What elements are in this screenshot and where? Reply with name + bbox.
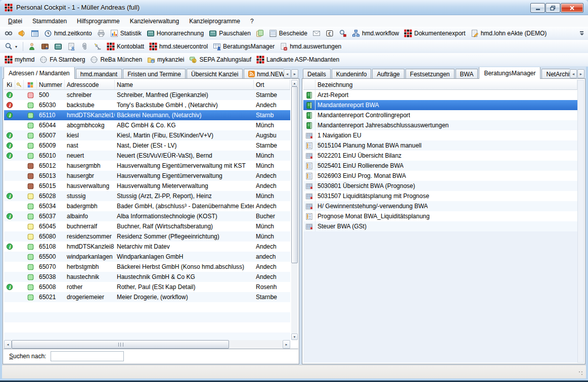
vertical-scrollbar-thumb[interactable] — [291, 86, 298, 263]
toolbar-overflow-button[interactable] — [578, 28, 585, 39]
table-row[interactable]: i65028stussigStussig (Arzt, ZI-PP, Repor… — [4, 191, 290, 201]
tab-scroll-right-button[interactable]: ► — [291, 69, 298, 78]
table-row[interactable]: 65044abcgmbhcokgABC GmbH & Co. KGMünch — [4, 120, 290, 130]
toolbar-button-magnifier-red[interactable] — [337, 28, 349, 38]
list-item[interactable]: 5026903 EinU Prog. Monat BWA — [303, 171, 577, 181]
list-item[interactable]: Mandantenreport Controllingreport — [303, 110, 577, 120]
list-item[interactable]: Arzt-Report — [303, 90, 577, 100]
toolbar-button-honorarrechnung[interactable]: Honorarrechnung — [145, 28, 206, 38]
table-row[interactable]: i65007kieslKiesl, Martin (Fibu, ESt/Kind… — [4, 130, 290, 140]
list-item[interactable]: 5022201 EinU Übersicht Bilanz — [303, 151, 577, 161]
column-header-key[interactable] — [15, 80, 24, 90]
tab-hmd-mandant[interactable]: hmd.mandant — [76, 69, 122, 79]
tab-bwa[interactable]: BWA — [456, 69, 478, 79]
toolbar-button-printer[interactable] — [95, 28, 107, 38]
toolbar-button-document-person[interactable] — [65, 41, 77, 52]
toolbar-button-euro[interactable]: € — [324, 28, 336, 38]
table-row[interactable]: 65013hausergbrHausverwaltung Eigentümerv… — [4, 171, 290, 181]
table-row[interactable]: 65045buchnerralfBuchner, Ralf (Wirtschaf… — [4, 221, 290, 231]
minimize-button[interactable] — [530, 3, 545, 13]
toolbar-button-hmd-lohn-eakte-demo[interactable]: hmd.lohn eAkte (DEMO) — [469, 28, 549, 38]
list-item[interactable]: Mandantenreport BWA — [303, 100, 577, 110]
tab-scroll-left-button[interactable]: ◄ — [570, 69, 577, 78]
column-header-adresscode[interactable]: Adresscode — [65, 80, 115, 90]
toolbar-button-mykanzlei[interactable]: mykanzlei — [145, 55, 186, 65]
list-item[interactable]: Prognose Monat BWA_Liquiditätsplanung — [303, 211, 577, 221]
column-header-colors-grid[interactable] — [24, 80, 37, 90]
table-row[interactable]: 65015hausverwaltungHausverwaltung Mieter… — [4, 181, 290, 191]
toolbar-button-paperclip[interactable] — [78, 41, 91, 52]
tab-netarchiv[interactable]: NetArchiv — [541, 69, 570, 79]
tab-adressen-mandanten[interactable]: Adressen / Mandanten — [4, 67, 75, 79]
resize-grip[interactable] — [578, 371, 584, 377]
toolbar-button-hmd-auswertungen[interactable]: hmd.auswertungen — [278, 41, 343, 52]
toolbar-button-pauschalen[interactable]: Pauschalen — [207, 28, 253, 38]
vertical-scrollbar-track[interactable] — [577, 80, 584, 363]
tab-scroll-right-button[interactable]: ► — [577, 69, 584, 78]
toolbar-button-binoculars[interactable] — [3, 28, 15, 38]
table-row[interactable]: 65070herbstgmbhBäckerei Herbst GmbH (Kon… — [4, 262, 290, 272]
tab-festsetzungen[interactable]: Festsetzungen — [405, 69, 455, 79]
horizontal-scrollbar-thumb[interactable] — [12, 340, 229, 349]
tab-details[interactable]: Details — [303, 69, 331, 79]
tab-kundeninfo[interactable]: Kundeninfo — [332, 69, 372, 79]
toolbar-button-envelope[interactable] — [310, 28, 323, 38]
table-row[interactable]: i65008rotherRother, Paul (ESt Kap Detail… — [4, 282, 290, 292]
scroll-up-button[interactable]: ▲ — [291, 80, 298, 86]
toolbar-button-bescheide[interactable]: Bescheide — [267, 28, 309, 38]
menu-item-kanzleiverwaltung[interactable]: Kanzleiverwaltung — [125, 16, 184, 26]
list-item[interactable]: H/ Gewinnentstehung/-verwendung BWA — [303, 201, 577, 211]
scroll-left-button[interactable]: ◄ — [4, 340, 12, 349]
restore-button[interactable] — [546, 3, 560, 13]
column-header-nummer[interactable]: Nummer — [37, 80, 65, 90]
toolbar-button-landkarte-asp-mandanten[interactable]: Landkarte ASP-Mandanten — [254, 55, 341, 65]
column-header-bezeichnung[interactable]: Bezeichnung — [315, 80, 577, 90]
tab-scroll-left-button[interactable]: ◄ — [284, 69, 291, 78]
column-header-ort[interactable]: Ort — [254, 80, 290, 90]
menu-item-datei[interactable]: Datei — [3, 16, 27, 26]
list-item[interactable]: Steuer BWA (GSt) — [303, 221, 577, 231]
table-row[interactable]: 65012hausergmbhHausverwaltung Eigentümer… — [4, 161, 290, 171]
scroll-down-button[interactable]: ▼ — [291, 333, 298, 340]
toolbar-button-magnifier[interactable]: ▾ — [3, 41, 19, 52]
toolbar-button-kontoblatt[interactable]: Kontoblatt — [105, 41, 146, 52]
toolbar-button-calendar[interactable] — [29, 28, 41, 38]
table-row[interactable]: 65080residenzsommerResidenz Sommer (Pfle… — [4, 231, 290, 242]
menu-item-kanzleiprogramme[interactable]: Kanzleiprogramme — [184, 16, 245, 26]
list-item[interactable]: 5031507 Liquiditätsplanung mit Prognose — [303, 191, 577, 201]
horizontal-scrollbar[interactable]: ◄ ► — [4, 340, 290, 349]
list-item[interactable]: 5015104 Planung Monat BWA manuell — [303, 140, 577, 151]
scroll-right-button[interactable]: ► — [283, 340, 290, 349]
tab-aufträge[interactable]: Aufträge — [372, 69, 404, 79]
toolbar-button-person[interactable] — [26, 41, 38, 52]
toolbar-button-horn[interactable] — [16, 28, 28, 38]
toolbar-button-hmd-workflow[interactable]: hmd.workflow — [350, 28, 401, 38]
toolbar-button-hmd-zeitkonto[interactable]: hmd.zeitkonto — [42, 28, 94, 38]
list-item[interactable]: 5030801 Übersicht BWA (Prognose) — [303, 181, 577, 191]
toolbar-button-sepa-zahlungslauf[interactable]: €SEPA Zahlungslauf — [187, 55, 253, 65]
toolbar-button-fa-starnberg[interactable]: FA Starnberg — [37, 55, 87, 65]
column-header-ki[interactable]: Ki — [4, 80, 15, 90]
toolbar-button-hmd-steuercontrol[interactable]: hmd.steuercontrol — [147, 41, 210, 52]
toolbar-button-reba-münchen[interactable]: ReBa München — [88, 55, 144, 65]
table-row[interactable]: i65009nastNast, Dieter (ESt - LV)Starnbe — [4, 140, 290, 151]
table-row[interactable]: i65010neuertNeuert (ESt/VuV/EÜR-VaSt), B… — [4, 151, 290, 161]
column-header-name[interactable]: Name — [115, 80, 254, 90]
table-row[interactable]: i65030backstubeTony's Backstube GmbH , (… — [4, 100, 290, 110]
toolbar-button-statistik[interactable]: Statistik — [108, 28, 144, 38]
tab-hmd-news[interactable]: hmd.NEWS — [244, 69, 284, 79]
list-item[interactable]: 5025401 EinU Rollierende BWA — [303, 161, 577, 171]
titlebar[interactable]: Personal Cockpit - 1 - Müller Andreas (f… — [0, 0, 588, 15]
vertical-scrollbar[interactable]: ▲ ▼ — [291, 80, 298, 340]
table-row[interactable]: 65021drogeriemeierMeier Drogerie, (workf… — [4, 292, 290, 302]
column-header-icon[interactable] — [303, 80, 315, 90]
toolbar-button-dokumentenexport[interactable]: Dokumentenexport — [402, 28, 467, 38]
toolbar-button-people-book[interactable] — [39, 41, 51, 52]
table-row[interactable]: 65038haustechnikHaustechnik GmbH & Co KG… — [4, 272, 290, 282]
toolbar-button-beratungsmanager[interactable]: BeratungsManager — [211, 41, 277, 52]
table-row[interactable]: 65500windparkanlagenWindparkanlagen GmbH… — [4, 252, 290, 262]
toolbar-button-myhmd[interactable]: myhmd — [3, 55, 36, 65]
toolbar-button-cards[interactable] — [254, 28, 266, 38]
search-input[interactable] — [51, 351, 124, 361]
menu-item-hilfsprogramme[interactable]: Hilfsprogramme — [72, 16, 125, 26]
